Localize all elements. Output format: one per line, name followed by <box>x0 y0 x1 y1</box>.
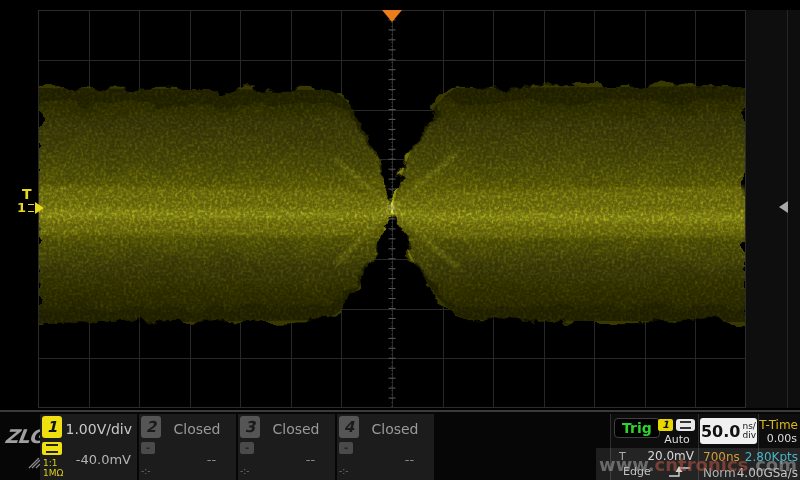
channel1-box[interactable]: 1 1.00V/div -40.0mV 1:1 1MΩ <box>40 414 137 480</box>
channel2-state: Closed <box>163 421 231 437</box>
trigger-coupling-icon <box>676 419 695 431</box>
watermark: www.cntronics.com <box>596 448 800 480</box>
channel2-coupling-icon: - <box>141 442 155 454</box>
channel3-sub: -:- <box>240 466 250 476</box>
timebase-scale-box[interactable]: 50.0 ns/ div <box>700 418 757 444</box>
oscilloscope-screen: T 1 ZLG® 1 1.00V/div -40.0mV 1:1 1MΩ 2 C… <box>0 0 800 480</box>
trigger-source-badge: 1 <box>658 419 673 431</box>
channel3-badge[interactable]: 3 <box>240 416 260 438</box>
waveform-display <box>38 10 746 408</box>
channel1-coupling-icon[interactable] <box>42 442 62 455</box>
channel2-sub: -:- <box>141 466 151 476</box>
watermark-part3: .com <box>748 454 797 475</box>
trigger-level-arrow-icon[interactable] <box>779 201 788 213</box>
right-margin <box>746 10 800 408</box>
channel3-box[interactable]: 3 Closed - -- -:- <box>238 414 335 480</box>
channel2-box[interactable]: 2 Closed - -- -:- <box>139 414 236 480</box>
arrow-right-icon <box>35 202 44 214</box>
trigger-mode: Auto <box>657 433 697 446</box>
ttime-label: T-Time <box>759 418 798 432</box>
channel1-scale: 1.00V/div <box>64 421 132 437</box>
channel1-ground-marker[interactable]: 1 <box>17 200 44 215</box>
channel4-value: -- <box>361 452 428 467</box>
ground-dash-icon <box>28 204 34 212</box>
channel4-box[interactable]: 4 Closed - -- -:- <box>337 414 434 480</box>
trig-button[interactable]: Trig <box>614 418 660 438</box>
ttime-value: 0.00s <box>767 432 797 445</box>
watermark-part1: www. <box>599 454 655 475</box>
channel3-state: Closed <box>262 421 330 437</box>
status-bar: ZLG® 1 1.00V/div -40.0mV 1:1 1MΩ 2 Close… <box>0 410 800 480</box>
channel4-state: Closed <box>361 421 429 437</box>
channel1-ground-label: 1 <box>17 200 26 215</box>
channel4-sub: -:- <box>339 466 349 476</box>
brand-name: ZLG <box>3 425 45 447</box>
channel2-value: -- <box>163 452 230 467</box>
channel1-impedance: 1MΩ <box>43 468 63 478</box>
channel4-badge[interactable]: 4 <box>339 416 359 438</box>
channel2-badge[interactable]: 2 <box>141 416 161 438</box>
timebase-unit-2: div <box>742 431 756 440</box>
watermark-part2: cntronics <box>655 454 749 475</box>
channel3-value: -- <box>262 452 329 467</box>
channel1-offset: -40.0mV <box>64 452 131 467</box>
channel3-coupling-icon: - <box>240 442 254 454</box>
timebase-scale: 50.0 <box>701 422 740 441</box>
channel1-badge[interactable]: 1 <box>42 416 62 438</box>
channel1-probe-ratio: 1:1 <box>43 458 57 468</box>
channel4-coupling-icon: - <box>339 442 353 454</box>
